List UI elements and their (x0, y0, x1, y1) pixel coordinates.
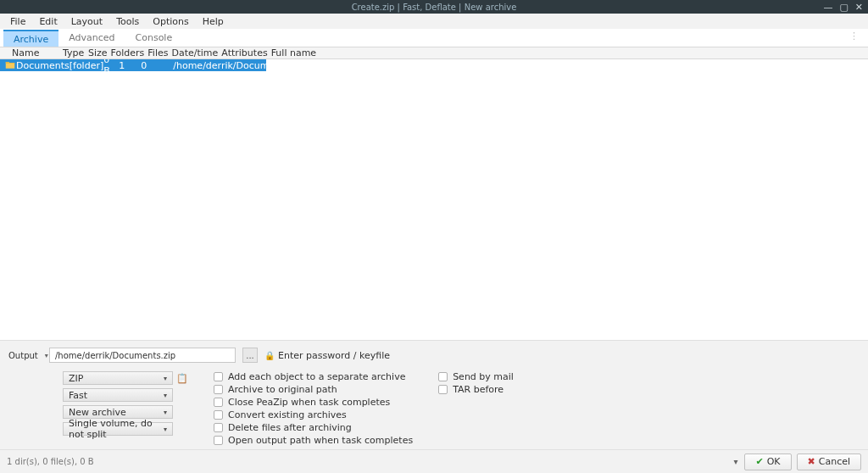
col-attributes[interactable]: Attributes (221, 47, 270, 58)
row-size: 0 B (103, 59, 119, 76)
row-files: 0 (141, 60, 173, 71)
minimize-button[interactable]: — (821, 2, 834, 13)
close-button[interactable]: ✕ (854, 2, 865, 13)
format-details-button[interactable]: 📋 (176, 372, 188, 384)
cb-send-mail[interactable]: Send by mail (438, 371, 514, 382)
split-dropdown[interactable]: Single volume, do not split (63, 422, 173, 436)
titlebar: Create.zip | Fast, Deflate | New archive… (0, 0, 868, 14)
format-dropdown[interactable]: ZIP (63, 371, 173, 385)
output-label[interactable]: Output (8, 351, 42, 360)
password-label: Enter password / keyfile (278, 350, 390, 361)
lock-icon: 🔒 (264, 351, 275, 360)
col-name[interactable]: Name (5, 47, 63, 58)
window-title: Create.zip | Fast, Deflate | New archive (352, 3, 517, 12)
output-path-input[interactable] (49, 348, 236, 363)
tab-console[interactable]: Console (125, 29, 183, 47)
window-controls: — ▢ ✕ (821, 2, 868, 13)
cb-close-after[interactable]: Close PeaZip when task completes (214, 397, 413, 408)
archive-mode-dropdown[interactable]: New archive (63, 405, 173, 419)
compression-level-dropdown[interactable]: Fast (63, 388, 173, 402)
cb-convert-existing[interactable]: Convert existing archives (214, 409, 413, 420)
cb-open-output[interactable]: Open output path when task completes (214, 435, 413, 446)
password-button[interactable]: 🔒 Enter password / keyfile (264, 350, 390, 361)
table-header: Name Type Size Folders Files Date/time A… (0, 47, 868, 59)
menu-layout[interactable]: Layout (66, 15, 108, 28)
maximize-button[interactable]: ▢ (837, 2, 849, 13)
row-type: [folder] (70, 60, 104, 71)
col-files[interactable]: Files (147, 47, 171, 58)
browse-button[interactable]: ... (242, 348, 258, 363)
cancel-button[interactable]: ✖Cancel (797, 454, 861, 470)
table-body[interactable]: Documents [folder] 0 B 1 0 /home/derrik/… (0, 59, 868, 340)
footer: 1 dir(s), 0 file(s), 0 B ▾ ✔OK ✖Cancel (0, 449, 868, 473)
tab-overflow-button[interactable]: ⋮ (841, 29, 868, 47)
col-type[interactable]: Type (63, 47, 88, 58)
menu-file[interactable]: File (5, 15, 31, 28)
checkbox-column-1: Add each object to a separate archive Ar… (214, 371, 413, 446)
tabbar: Archive Advanced Console ⋮ (0, 29, 868, 47)
menu-options[interactable]: Options (147, 15, 193, 28)
status-text: 1 dir(s), 0 file(s), 0 B (7, 457, 94, 466)
dropdown-column: ZIP 📋 Fast New archive Single volume, do… (63, 371, 188, 446)
col-size[interactable]: Size (88, 47, 111, 58)
col-folders[interactable]: Folders (111, 47, 148, 58)
row-fullname: /home/derrik/Documents (173, 60, 292, 71)
check-icon: ✔ (755, 456, 763, 467)
options-panel: Output ... 🔒 Enter password / keyfile ZI… (0, 340, 868, 449)
tab-advanced[interactable]: Advanced (58, 29, 125, 47)
output-row: Output ... 🔒 Enter password / keyfile (8, 348, 860, 363)
menubar: File Edit Layout Tools Options Help (0, 14, 868, 29)
row-name: Documents (16, 60, 70, 71)
menu-edit[interactable]: Edit (34, 15, 62, 28)
footer-options-dropdown[interactable]: ▾ (732, 455, 739, 468)
cb-original-path[interactable]: Archive to original path (214, 384, 413, 395)
cb-tar-before[interactable]: TAR before (438, 384, 514, 395)
row-folders: 1 (119, 60, 141, 71)
folder-icon (5, 60, 15, 70)
menu-tools[interactable]: Tools (111, 15, 144, 28)
col-fullname[interactable]: Full name (271, 47, 863, 58)
cb-delete-after[interactable]: Delete files after archiving (214, 422, 413, 433)
ok-button[interactable]: ✔OK (744, 454, 791, 470)
x-icon: ✖ (808, 456, 815, 467)
menu-help[interactable]: Help (198, 15, 229, 28)
cb-separate-archive[interactable]: Add each object to a separate archive (214, 371, 413, 382)
table-row[interactable]: Documents [folder] 0 B 1 0 /home/derrik/… (0, 59, 266, 71)
tab-archive[interactable]: Archive (3, 30, 58, 47)
checkbox-column-2: Send by mail TAR before (438, 371, 514, 446)
col-datetime[interactable]: Date/time (171, 47, 221, 58)
options-grid: ZIP 📋 Fast New archive Single volume, do… (8, 371, 860, 446)
